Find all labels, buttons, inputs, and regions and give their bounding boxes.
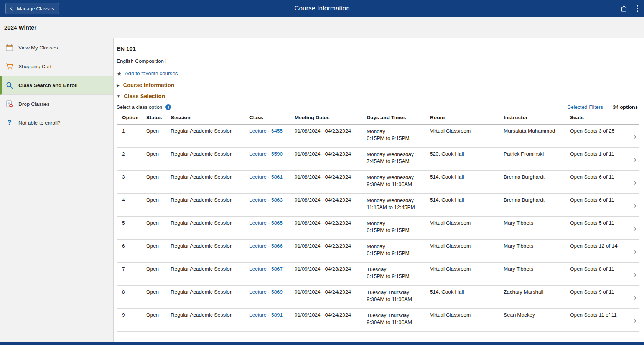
expanded-arrow-icon: ▼: [117, 94, 120, 99]
seats-cell: Open Seats 6 of 11: [570, 197, 624, 203]
option-cell: 8: [122, 289, 146, 295]
class-link[interactable]: Lecture - 6455: [249, 128, 283, 134]
section-course-information[interactable]: ▶ Course Information: [117, 82, 639, 88]
meeting-dates-cell: 01/09/2024 - 04/24/2024: [295, 312, 367, 318]
section-class-selection-label: Class Selection: [124, 93, 165, 99]
room-cell: 514, Cook Hall: [430, 174, 504, 180]
table-row[interactable]: 6 Open Regular Academic Session Lecture …: [117, 240, 639, 263]
session-cell: Regular Academic Session: [171, 289, 249, 295]
days-times-cell: Tuesday 6:15PM to 9:15PM: [367, 266, 430, 280]
add-to-favorites-link[interactable]: Add to favorite courses: [125, 71, 178, 76]
course-code: EN 101: [117, 45, 639, 52]
meeting-dates-cell: 01/08/2024 - 04/22/2024: [295, 220, 367, 226]
instructor-cell: Mursalata Muhammad: [504, 128, 570, 134]
meeting-dates-cell: 01/09/2024 - 04/24/2024: [295, 289, 367, 295]
option-cell: 6: [122, 243, 146, 249]
sidebar-item-label: View My Classes: [18, 45, 58, 51]
session-cell: Regular Academic Session: [171, 174, 249, 180]
row-chevron-icon[interactable]: ›: [633, 270, 637, 279]
class-link[interactable]: Lecture - 5891: [249, 312, 283, 318]
row-chevron-icon[interactable]: ›: [633, 132, 637, 141]
table-row[interactable]: 1 Open Regular Academic Session Lecture …: [117, 125, 639, 148]
times-line: 6:15PM to 9:15PM: [367, 227, 426, 234]
sidebar-item-not-able-to-enroll[interactable]: ? Not able to enroll?: [0, 113, 113, 132]
meeting-dates-cell: 01/08/2024 - 04/24/2024: [295, 174, 367, 180]
sidebar-item-shopping-cart[interactable]: Shopping Cart: [0, 57, 113, 76]
status-cell: Open: [146, 197, 171, 203]
table-row[interactable]: 2 Open Regular Academic Session Lecture …: [117, 148, 639, 171]
info-icon[interactable]: i: [165, 104, 171, 110]
back-button[interactable]: Manage Classes: [5, 3, 59, 14]
table-row[interactable]: 9 Open Regular Academic Session Lecture …: [117, 309, 639, 332]
sidebar-item-view-my-classes[interactable]: View My Classes: [0, 38, 113, 57]
class-options-rows: 1 Open Regular Academic Session Lecture …: [117, 125, 639, 332]
option-cell: 3: [122, 174, 146, 180]
column-header-option: Option: [122, 115, 146, 120]
room-cell: 514, Cook Hall: [430, 197, 504, 203]
seats-cell: Open Seats 8 of 11: [570, 266, 624, 272]
table-row[interactable]: 7 Open Regular Academic Session Lecture …: [117, 263, 639, 286]
meeting-dates-cell: 01/09/2024 - 04/23/2024: [295, 266, 367, 272]
class-link[interactable]: Lecture - 5866: [249, 243, 283, 249]
section-class-selection[interactable]: ▼ Class Selection: [117, 93, 639, 99]
table-row[interactable]: 8 Open Regular Academic Session Lecture …: [117, 286, 639, 309]
option-cell: 5: [122, 220, 146, 226]
days-times-cell: Monday 6:15PM to 9:15PM: [367, 243, 430, 257]
options-count: 34 options: [613, 104, 638, 110]
page-title: Course Information: [0, 5, 644, 12]
room-cell: Virtual Classroom: [430, 220, 504, 226]
instructor-cell: Brenna Burghardt: [504, 174, 570, 180]
search-icon: [5, 82, 13, 89]
selected-filters-link[interactable]: Selected Filters: [567, 104, 603, 110]
seats-cell: Open Seats 3 of 25: [570, 128, 624, 134]
row-chevron-icon[interactable]: ›: [633, 293, 637, 302]
class-link[interactable]: Lecture - 5869: [249, 289, 283, 295]
status-cell: Open: [146, 174, 171, 180]
table-row[interactable]: 3 Open Regular Academic Session Lecture …: [117, 171, 639, 194]
help-icon: ?: [5, 119, 13, 127]
row-chevron-icon[interactable]: ›: [633, 178, 637, 187]
sidebar: View My Classes Shopping Cart Class Sear…: [0, 38, 114, 342]
option-cell: 7: [122, 266, 146, 272]
seats-cell: Open Seats 5 of 11: [570, 220, 624, 226]
session-cell: Regular Academic Session: [171, 128, 249, 134]
column-header-session: Session: [171, 115, 249, 120]
home-button[interactable]: [620, 5, 628, 13]
row-chevron-icon[interactable]: ›: [633, 201, 637, 210]
days-times-cell: Monday 6:15PM to 9:15PM: [367, 128, 430, 142]
table-row[interactable]: 4 Open Regular Academic Session Lecture …: [117, 194, 639, 217]
room-cell: Virtual Classroom: [430, 243, 504, 249]
sidebar-item-drop-classes[interactable]: Drop Classes: [0, 95, 113, 113]
row-chevron-icon[interactable]: ›: [633, 155, 637, 164]
days-times-cell: Monday Wednesday 11:15AM to 12:45PM: [367, 197, 430, 211]
sidebar-item-label: Not able to enroll?: [18, 120, 61, 126]
room-cell: Virtual Classroom: [430, 128, 504, 134]
times-line: 9:30AM to 11:00AM: [367, 296, 426, 303]
back-chevron-icon: [9, 6, 14, 11]
table-row[interactable]: 5 Open Regular Academic Session Lecture …: [117, 217, 639, 240]
section-course-information-label: Course Information: [123, 82, 175, 88]
cart-icon: [5, 63, 13, 70]
class-link[interactable]: Lecture - 5865: [249, 220, 283, 226]
class-link[interactable]: Lecture - 5861: [249, 174, 283, 180]
column-header-class: Class: [249, 115, 295, 120]
add-to-favorites[interactable]: ★ Add to favorite courses: [117, 71, 639, 76]
seats-cell: Open Seats 11 of 11: [570, 312, 624, 318]
row-chevron-icon[interactable]: ›: [633, 247, 637, 256]
times-line: 6:15PM to 9:15PM: [367, 135, 426, 142]
class-link[interactable]: Lecture - 5590: [249, 151, 283, 157]
class-link[interactable]: Lecture - 5863: [249, 197, 283, 203]
days-line: Tuesday Thursday: [367, 289, 426, 296]
class-link[interactable]: Lecture - 5867: [249, 266, 283, 272]
seats-cell: Open Seats 6 of 11: [570, 174, 624, 180]
days-line: Monday: [367, 220, 426, 227]
instructor-cell: Patrick Prominski: [504, 151, 570, 157]
term-banner: 2024 Winter: [0, 17, 644, 38]
sidebar-item-class-search-and-enroll[interactable]: Class Search and Enroll: [0, 76, 113, 95]
row-chevron-icon[interactable]: ›: [633, 316, 637, 325]
room-cell: Virtual Classroom: [430, 266, 504, 272]
row-chevron-icon[interactable]: ›: [633, 224, 637, 233]
column-header-instructor: Instructor: [504, 115, 570, 120]
column-header-days-times: Days and Times: [367, 115, 430, 120]
more-actions-button[interactable]: [636, 4, 639, 13]
